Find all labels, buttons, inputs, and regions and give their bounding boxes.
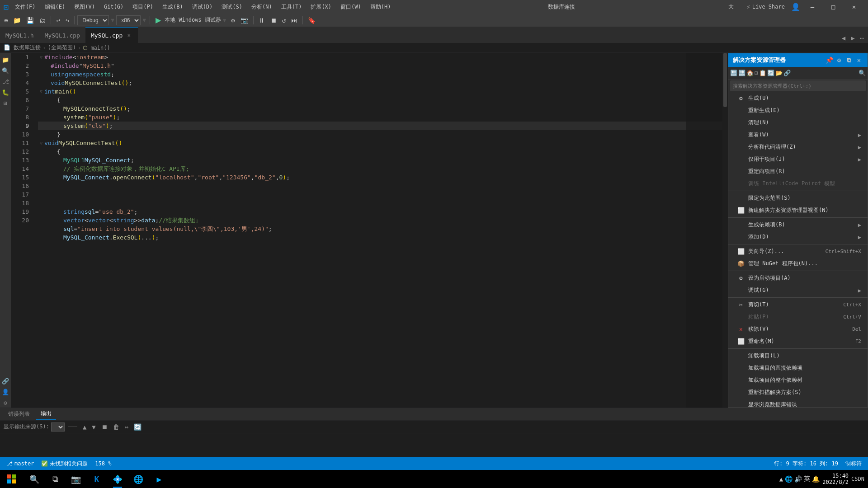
ctx-toolbar-btn1[interactable]: 🔙: [730, 70, 737, 76]
ctx-retarget[interactable]: 重定向项目(R): [728, 165, 868, 178]
code-line-12[interactable]: {: [38, 147, 728, 156]
activity-extensions[interactable]: ⊞: [0, 98, 10, 108]
code-line-16[interactable]: [38, 182, 728, 207]
code-line-15[interactable]: MySQL_Connect.openConnect("localhost", "…: [38, 173, 728, 182]
output-source-dropdown[interactable]: [51, 422, 65, 432]
tab-close-button[interactable]: ✕: [125, 32, 132, 39]
menu-view[interactable]: 视图(V): [71, 1, 99, 13]
code-line-5[interactable]: ▽ int main(): [38, 87, 728, 96]
save-all-button[interactable]: 🗂: [37, 15, 48, 25]
menu-analyze[interactable]: 分析(N): [248, 1, 276, 13]
output-btn-refresh[interactable]: 🔄: [132, 422, 143, 432]
code-line-10[interactable]: }: [38, 130, 728, 139]
ctx-set-startup[interactable]: ⚙ 设为启动项目(A): [728, 272, 868, 284]
ctx-toolbar-btn5[interactable]: 📋: [759, 70, 766, 76]
menu-git[interactable]: Git(G): [100, 2, 127, 12]
menu-file[interactable]: 文件(F): [11, 1, 39, 13]
ctx-float-button[interactable]: ⧉: [845, 56, 853, 64]
minimap[interactable]: [686, 53, 722, 408]
fold-11[interactable]: ▽: [38, 139, 44, 147]
code-line-9[interactable]: system("cls");: [38, 122, 728, 130]
ctx-toolbar-btn3[interactable]: 🏠: [746, 70, 754, 76]
undo-button[interactable]: ↩: [54, 15, 62, 25]
account-icon[interactable]: 👤: [791, 3, 800, 11]
ctx-build[interactable]: ⚙ 生成(U): [728, 92, 868, 104]
taskbar-app-k-button[interactable]: K: [87, 470, 107, 488]
ctx-toolbar-btn4[interactable]: ⊞: [755, 70, 758, 76]
output-btn-down[interactable]: ▼: [90, 422, 97, 432]
taskbar-lang-label[interactable]: 英: [804, 475, 810, 483]
new-file-button[interactable]: ⊕: [2, 15, 10, 25]
taskbar-clock[interactable]: 15:40 2022/8/2: [822, 473, 849, 485]
ctx-toolbar-btn2[interactable]: 🔜: [738, 70, 745, 76]
fold-5[interactable]: ▽: [38, 87, 44, 96]
output-tab-output[interactable]: 输出: [36, 408, 56, 420]
taskbar-camera-button[interactable]: 📷: [66, 470, 86, 488]
live-share-button[interactable]: ⚡ Live Share: [743, 2, 788, 12]
ctx-new-view[interactable]: ⬜ 新建解决方案资源管理器视图(N): [728, 204, 868, 216]
ctx-unload[interactable]: 卸载项目(L): [728, 350, 868, 362]
run-button[interactable]: ▶: [153, 15, 164, 25]
redo-button[interactable]: ↪: [63, 15, 71, 25]
code-line-18[interactable]: vector<vector<string>>data; //结果集数组;: [38, 216, 728, 225]
code-line-14[interactable]: // 实例化数据库连接对象，并初始化C API库;: [38, 164, 728, 173]
save-button[interactable]: 💾: [24, 15, 36, 25]
minimize-button[interactable]: —: [802, 0, 823, 14]
menu-extensions[interactable]: 扩展(X): [307, 1, 335, 13]
activity-account[interactable]: 👤: [0, 387, 10, 397]
activity-search[interactable]: 🔍: [0, 66, 10, 75]
run-dropdown-arrow[interactable]: ▼: [223, 17, 226, 23]
ctx-analyze[interactable]: 分析和代码清理(Z) ▶: [728, 141, 868, 153]
ctx-load-tree[interactable]: 加载项目的整个依赖树: [728, 374, 868, 386]
taskbar-vs-button[interactable]: 💠: [108, 470, 127, 488]
taskbar-network-icon[interactable]: 🌐: [785, 475, 793, 483]
tab-more-button[interactable]: ⋯: [858, 33, 866, 43]
ctx-toolbar-filter[interactable]: 🔍: [859, 70, 866, 76]
ctx-build-deps[interactable]: 生成依赖项(B) ▶: [728, 219, 868, 231]
code-content[interactable]: ▽ #include<iostream> #include"MySQL1.h" …: [33, 53, 728, 408]
debug-btn3[interactable]: ↺: [280, 15, 288, 25]
ctx-toolbar-btn8[interactable]: 🔗: [783, 70, 791, 76]
ctx-close-button[interactable]: ✕: [855, 56, 863, 64]
activity-settings[interactable]: ⚙: [0, 398, 10, 408]
code-line-3[interactable]: using namespace std;: [38, 70, 728, 79]
ctx-scope[interactable]: 限定为此范围(S): [728, 192, 868, 204]
menu-debug[interactable]: 调试(D): [189, 1, 217, 13]
fold-1[interactable]: ▽: [38, 53, 44, 61]
tab-scroll-left[interactable]: ◀: [840, 33, 848, 43]
editor-scrollbar[interactable]: [722, 53, 728, 408]
taskbar-search-button[interactable]: 🔍: [24, 470, 44, 488]
ctx-view[interactable]: 查看(W) ▶: [728, 129, 868, 141]
ctx-toolbar-btn6[interactable]: 🔄: [767, 70, 774, 76]
ctx-nuget[interactable]: 📦 管理 NuGet 程序包(N)...: [728, 258, 868, 270]
tab-scroll-right[interactable]: ▶: [849, 33, 857, 43]
ctx-toolbar-btn7[interactable]: 📂: [775, 70, 783, 76]
code-line-6[interactable]: {: [38, 96, 728, 104]
taskbar-volume-icon[interactable]: 🔊: [794, 475, 802, 483]
ctx-rename[interactable]: ⬜ 重命名(M) F2: [728, 335, 868, 347]
debug-btn1[interactable]: ⏸: [256, 15, 267, 25]
output-btn-clear[interactable]: 🗑: [111, 422, 121, 432]
output-btn-stop[interactable]: ⏹: [99, 422, 109, 432]
breadcrumb-function[interactable]: ⬡ main(): [83, 45, 110, 51]
taskbar-up-arrow[interactable]: ▲: [779, 475, 783, 483]
ctx-show-browse-errors[interactable]: 显示浏览数据库错误: [728, 399, 868, 408]
open-button[interactable]: 📁: [11, 15, 23, 25]
taskbar-taskview-button[interactable]: ⧉: [45, 470, 65, 488]
taskbar-chrome-button[interactable]: 🌐: [128, 470, 148, 488]
ctx-rescan[interactable]: 重新扫描解决方案(S): [728, 386, 868, 399]
ctx-remove[interactable]: ✕ 移除(V) Del: [728, 323, 868, 335]
ctx-class-wizard[interactable]: ⬜ 类向导(Z)... Ctrl+Shift+X: [728, 245, 868, 258]
activity-liveshare[interactable]: 🔗: [0, 376, 10, 386]
platform-dropdown[interactable]: x86: [116, 15, 141, 25]
screenshot-button[interactable]: 📷: [238, 15, 250, 25]
code-line-19[interactable]: sql = "insert into student values(null,\…: [38, 225, 728, 233]
taskbar-play-button[interactable]: ▶: [149, 470, 169, 488]
close-button[interactable]: ✕: [844, 0, 864, 14]
git-branch-status[interactable]: ⎇ master: [5, 460, 36, 468]
ctx-rebuild[interactable]: 重新生成(E): [728, 104, 868, 117]
ctx-clean[interactable]: 清理(N): [728, 117, 868, 129]
ctx-add[interactable]: 添加(D) ▶: [728, 231, 868, 243]
ctx-cut[interactable]: ✂ 剪切(T) Ctrl+X: [728, 299, 868, 311]
breadcrumb-file[interactable]: 📄 数据库连接: [4, 44, 41, 52]
